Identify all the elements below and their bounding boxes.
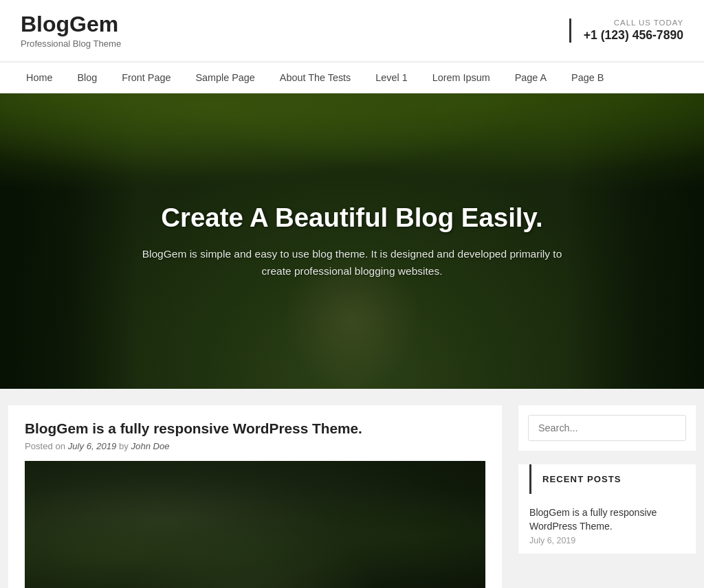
- search-widget: [518, 405, 696, 451]
- post-author-link[interactable]: John Doe: [131, 441, 170, 451]
- post-meta: Posted on July 6, 2019 by John Doe: [25, 441, 485, 451]
- main-wrapper: BlogGem is a fully responsive WordPress …: [0, 389, 704, 588]
- nav-item-lorem[interactable]: Lorem Ipsum: [420, 63, 503, 93]
- hero-title: Create A Beautiful Blog Easily.: [139, 202, 565, 234]
- nav-link-pageb[interactable]: Page B: [559, 63, 616, 93]
- nav-item-frontpage[interactable]: Front Page: [109, 63, 183, 93]
- contact-label: CALL US TODAY: [584, 19, 683, 27]
- search-input[interactable]: [528, 415, 686, 441]
- content-area: BlogGem is a fully responsive WordPress …: [8, 405, 502, 588]
- post-title[interactable]: BlogGem is a fully responsive WordPress …: [25, 420, 485, 437]
- search-input-wrapper: [528, 415, 686, 441]
- nav-link-frontpage[interactable]: Front Page: [109, 63, 183, 93]
- recent-posts-widget: RECENT POSTS BlogGem is a fully responsi…: [518, 464, 696, 554]
- recent-post-title[interactable]: BlogGem is a fully responsive WordPress …: [529, 506, 685, 533]
- nav-item-home[interactable]: Home: [14, 63, 65, 93]
- site-branding: BlogGem Professional Blog Theme: [21, 12, 121, 49]
- recent-posts-title: RECENT POSTS: [529, 464, 685, 494]
- nav-item-abouttests[interactable]: About The Tests: [267, 63, 363, 93]
- nav-item-blog[interactable]: Blog: [65, 63, 109, 93]
- site-header: BlogGem Professional Blog Theme CALL US …: [0, 0, 704, 62]
- recent-post-date: July 6, 2019: [529, 536, 685, 545]
- nav-item-samplepage[interactable]: Sample Page: [183, 63, 267, 93]
- contact-phone: +1 (123) 456-7890: [584, 28, 683, 43]
- nav-link-abouttests[interactable]: About The Tests: [267, 63, 363, 93]
- hero-section: Create A Beautiful Blog Easily. BlogGem …: [0, 93, 704, 389]
- nav-link-samplepage[interactable]: Sample Page: [183, 63, 267, 93]
- foliage-overlay: [0, 93, 704, 217]
- nav-link-lorem[interactable]: Lorem Ipsum: [420, 63, 503, 93]
- post-card: BlogGem is a fully responsive WordPress …: [8, 405, 502, 588]
- nav-link-blog[interactable]: Blog: [65, 63, 109, 93]
- header-contact: CALL US TODAY +1 (123) 456-7890: [569, 19, 683, 43]
- hero-content: Create A Beautiful Blog Easily. BlogGem …: [111, 202, 593, 280]
- post-featured-image: [25, 461, 485, 588]
- recent-post-item: BlogGem is a fully responsive WordPress …: [518, 501, 696, 554]
- hero-subtitle: BlogGem is simple and easy to use blog t…: [139, 246, 565, 280]
- site-title: BlogGem: [21, 12, 121, 36]
- site-nav: Home Blog Front Page Sample Page About T…: [0, 62, 704, 93]
- nav-list: Home Blog Front Page Sample Page About T…: [14, 63, 690, 93]
- nav-link-pagea[interactable]: Page A: [503, 63, 559, 93]
- post-date-link[interactable]: July 6, 2019: [68, 441, 117, 451]
- site-tagline: Professional Blog Theme: [21, 38, 121, 49]
- nav-item-pageb[interactable]: Page B: [559, 63, 616, 93]
- sidebar: RECENT POSTS BlogGem is a fully responsi…: [518, 405, 696, 588]
- nav-link-home[interactable]: Home: [14, 63, 65, 93]
- nav-link-level1[interactable]: Level 1: [363, 63, 419, 93]
- nav-item-level1[interactable]: Level 1: [363, 63, 419, 93]
- nav-item-pagea[interactable]: Page A: [503, 63, 559, 93]
